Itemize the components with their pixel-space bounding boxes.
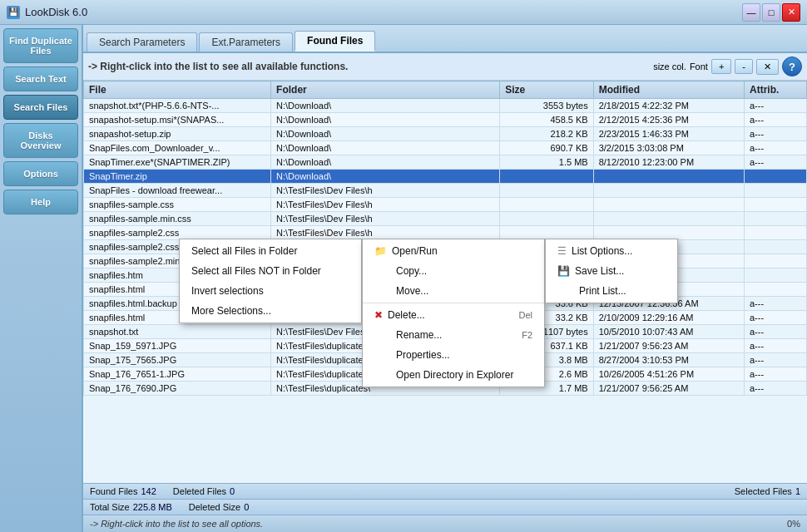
sidebar-item-search-files[interactable]: Search Files [3,95,78,120]
table-row[interactable]: SnapTimer.zipN:\Download\ [84,170,807,184]
deleted-size-label: Deleted Size [189,502,240,512]
sub-properties-label: Properties... [396,349,450,361]
status-deleted-size: Deleted Size 0 [189,502,250,512]
sidebar-item-search-text[interactable]: Search Text [3,66,78,91]
status-total-size: Total Size 225.8 MB [90,502,172,512]
table-row[interactable]: snapashot-setup.zipN:\Download\218.2 KB2… [84,127,807,141]
table-row[interactable]: SnapFiles.com_Downloader_v...N:\Download… [84,141,807,155]
close-button[interactable]: ✕ [782,3,800,22]
tab-ext-parameters[interactable]: Ext.Parameters [199,32,293,52]
close-panel-button[interactable]: ✕ [756,59,779,75]
delete-icon: ✖ [374,309,383,321]
table-row[interactable]: SnapFiles - download freewear...N:\TestF… [84,184,807,198]
rp-print-list-label: Print List... [579,285,626,297]
submenu-panel: 📁 Open/Run Copy... Move... ✖ Delete... D… [362,239,545,387]
rp-list-options-label: List Options... [572,245,632,257]
sidebar-item-help[interactable]: Help [3,190,78,214]
ctx-more-selections[interactable]: More Selections... [180,301,361,321]
sub-delete-label: Delete... [388,309,425,321]
progress-pct: 0% [787,519,800,529]
tab-search-parameters[interactable]: Search Parameters [87,32,197,52]
sidebar-item-find-duplicate[interactable]: Find Duplicate Files [3,28,78,63]
sidebar-item-disks-overview[interactable]: Disks Overview [3,123,78,158]
save-icon: 💾 [557,265,570,277]
list-icon: ☰ [557,245,567,257]
total-size-value: 225.8 MB [133,502,172,512]
status-bar-2: Total Size 225.8 MB Deleted Size 0 [83,499,807,515]
sub-copy[interactable]: Copy... [363,261,544,281]
title-bar-buttons[interactable]: — □ ✕ [742,3,800,22]
sub-move[interactable]: Move... [363,281,544,301]
sub-open-dir-label: Open Directory in Explorer [396,369,513,381]
deleted-files-label: Deleted Files [173,486,226,496]
status-deleted-files: Deleted Files 0 [173,486,235,496]
col-header-modified[interactable]: Modified [593,81,744,99]
title-bar: 💾 LookDisk 6.0 — □ ✕ [0,0,807,25]
tab-found-files[interactable]: Found Files [295,31,375,52]
sub-open-run-label: Open/Run [392,245,438,257]
col-header-size[interactable]: Size [500,81,594,99]
context-menu: Select all Files in Folder Select all Fi… [179,239,362,323]
selected-files-label: Selected Files [735,486,792,496]
ctx-invert-selections[interactable]: Invert selections [180,281,361,301]
col-header-file[interactable]: File [84,81,271,99]
window-title: LookDisk 6.0 [25,6,87,18]
toolbar-hint: -> Right-click into the list to see all … [88,61,348,72]
sub-delete-shortcut: Del [518,310,532,320]
table-row[interactable]: SnapTimer.exe*(SNAPTIMER.ZIP)N:\Download… [84,155,807,170]
help-button[interactable]: ? [782,57,802,76]
sub-delete[interactable]: ✖ Delete... Del [363,305,544,325]
sidebar: Find Duplicate Files Search Text Search … [0,25,83,532]
rp-list-options[interactable]: ☰ List Options... [546,241,677,261]
toolbar-right: size col. Font + - ✕ ? [653,57,802,76]
tabs-bar: Search Parameters Ext.Parameters Found F… [83,25,807,53]
sub-rename[interactable]: Rename... F2 [363,325,544,345]
col-header-folder[interactable]: Folder [271,81,500,99]
table-row[interactable]: snapfiles-sample.min.cssN:\TestFiles\Dev… [84,212,807,226]
divider-1 [363,303,544,303]
sub-rename-shortcut: F2 [522,330,532,340]
table-row[interactable]: snapfiles-sample2.cssN:\TestFiles\Dev Fi… [84,226,807,240]
main-layout: Find Duplicate Files Search Text Search … [0,25,807,532]
sub-open-run[interactable]: 📁 Open/Run [363,241,544,261]
deleted-size-value: 0 [244,502,249,512]
selected-files-value: 1 [795,486,800,496]
sub-copy-label: Copy... [396,265,427,277]
file-table-container: File Folder Size Modified Attrib. snapsh… [83,81,807,483]
sidebar-item-options[interactable]: Options [3,161,78,186]
font-minus-button[interactable]: - [735,59,753,74]
table-row[interactable]: snapfiles-sample.cssN:\TestFiles\Dev Fil… [84,198,807,212]
found-files-value: 142 [141,486,156,496]
font-plus-button[interactable]: + [711,59,731,74]
sub-properties[interactable]: Properties... [363,345,544,365]
rp-save-list[interactable]: 💾 Save List... [546,261,677,281]
title-bar-left: 💾 LookDisk 6.0 [7,6,87,19]
bottom-hint: -> Right-click into the list to see all … [90,519,263,529]
sub-open-dir[interactable]: Open Directory in Explorer [363,365,544,385]
right-panel: ☰ List Options... 💾 Save List... Print L… [545,239,678,303]
minimize-button[interactable]: — [742,3,760,22]
sub-move-label: Move... [396,285,428,297]
font-label: Font [690,62,708,71]
ctx-select-all-in-folder[interactable]: Select all Files in Folder [180,241,361,261]
folder-icon: 📁 [374,245,387,257]
total-size-label: Total Size [90,502,130,512]
table-row[interactable]: snapshot.txt*(PHP-5.6.6-NTS-...N:\Downlo… [84,99,807,113]
content-area: Search Parameters Ext.Parameters Found F… [83,25,807,532]
bottom-bar: -> Right-click into the list to see all … [83,515,807,532]
size-col-label: size col. [653,62,686,71]
rp-print-list[interactable]: Print List... [546,281,677,301]
toolbar-row: -> Right-click into the list to see all … [83,53,807,81]
deleted-files-value: 0 [230,486,235,496]
status-bar: Found Files 142 Deleted Files 0 Selected… [83,483,807,499]
app-icon: 💾 [7,6,20,19]
found-files-label: Found Files [90,486,137,496]
ctx-select-not-in-folder[interactable]: Select all Files NOT in Folder [180,261,361,281]
status-found-files: Found Files 142 [90,486,156,496]
status-selected-files: Selected Files 1 [735,486,800,496]
table-row[interactable]: snapashot-setup.msi*(SNAPAS...N:\Downloa… [84,113,807,127]
sub-rename-label: Rename... [396,329,442,341]
maximize-button[interactable]: □ [762,3,780,22]
rp-save-list-label: Save List... [575,265,624,277]
col-header-attrib[interactable]: Attrib. [744,81,806,99]
